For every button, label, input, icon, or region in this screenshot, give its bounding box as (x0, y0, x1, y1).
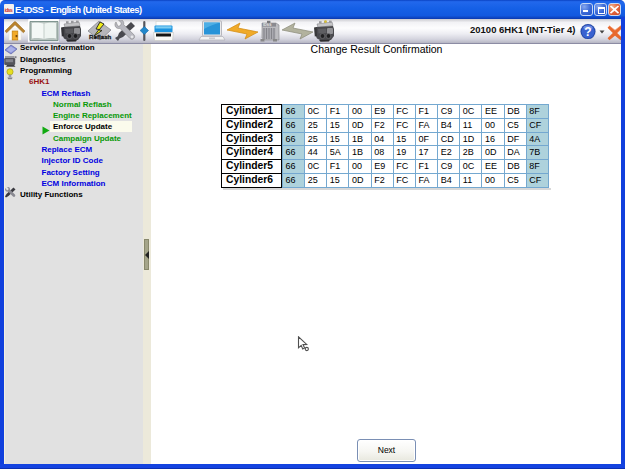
svg-text:IDSS: IDSS (263, 23, 272, 27)
svg-text:Reflash: Reflash (89, 33, 112, 40)
svg-text:?: ? (584, 25, 591, 39)
